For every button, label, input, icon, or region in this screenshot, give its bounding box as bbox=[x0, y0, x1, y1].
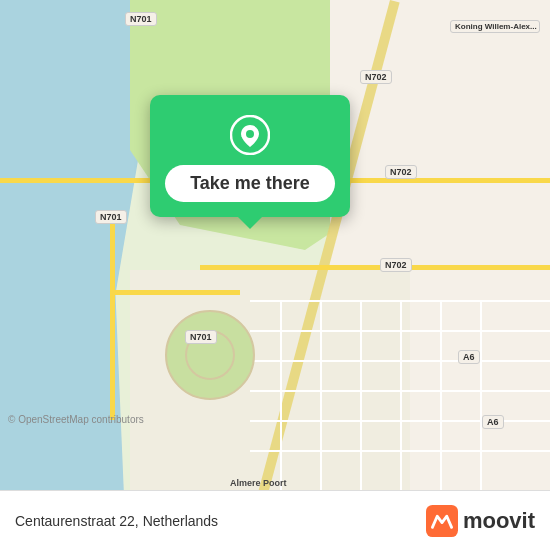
minor-road-v3 bbox=[360, 300, 362, 490]
bottom-bar: Centaurenstraat 22, Netherlands moovit bbox=[0, 490, 550, 550]
address-section: Centaurenstraat 22, Netherlands bbox=[15, 513, 218, 529]
minor-road-v2 bbox=[320, 300, 322, 490]
city-label: Almere Poort bbox=[230, 478, 287, 488]
road-label-a6-1: A6 bbox=[458, 350, 480, 364]
minor-road-v5 bbox=[440, 300, 442, 490]
road-n701-v bbox=[110, 220, 115, 420]
address-text: Centaurenstraat 22, Netherlands bbox=[15, 513, 218, 529]
map-container: N701 N701 N701 N702 N702 N702 A6 A6 Koni… bbox=[0, 0, 550, 490]
road-label-n701-2: N701 bbox=[95, 210, 127, 224]
minor-road-v4 bbox=[400, 300, 402, 490]
road-label-n701-1: N701 bbox=[125, 12, 157, 26]
road-label-n701-3: N701 bbox=[185, 330, 217, 344]
road-label-koning: Koning Willem-Alex... bbox=[450, 20, 540, 33]
moovit-brand-text: moovit bbox=[463, 508, 535, 534]
take-me-there-button[interactable]: Take me there bbox=[165, 165, 335, 202]
location-pin-icon bbox=[230, 115, 270, 155]
svg-point-1 bbox=[246, 130, 254, 138]
osm-attribution: © OpenStreetMap contributors bbox=[8, 414, 144, 425]
road-label-n702-1: N702 bbox=[360, 70, 392, 84]
road-label-a6-2: A6 bbox=[482, 415, 504, 429]
road-label-n702-2: N702 bbox=[385, 165, 417, 179]
moovit-icon bbox=[426, 505, 458, 537]
road-n701-curve bbox=[110, 290, 240, 295]
road-label-n702-3: N702 bbox=[380, 258, 412, 272]
minor-road-v1 bbox=[280, 300, 282, 490]
minor-road-v6 bbox=[480, 300, 482, 490]
moovit-logo: moovit bbox=[426, 505, 535, 537]
popup-card: Take me there bbox=[150, 95, 350, 217]
road-n702-h2 bbox=[200, 265, 550, 270]
